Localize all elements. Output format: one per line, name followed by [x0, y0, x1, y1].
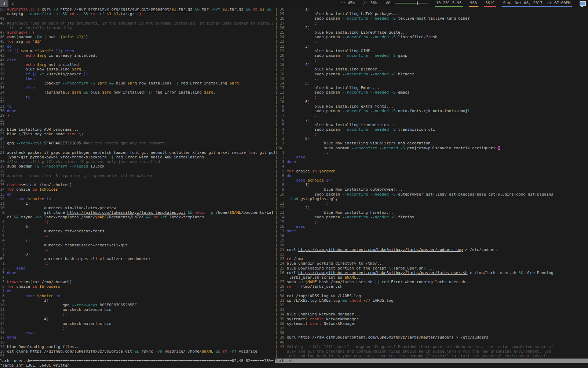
editor-right-pane-larbs-sh[interactable]: | 30 1)| 29 blue Now installing LaTeX pa… — [275, 7, 588, 358]
code-line[interactable]: 49 — [0, 16, 275, 21]
code-line[interactable]: | 18 — [275, 233, 588, 238]
code-line[interactable]: 30 done — [0, 109, 275, 113]
code-line[interactable]: 4 7) — [0, 238, 275, 243]
code-line[interactable]: | 26 2) — [275, 26, 588, 30]
code-line[interactable]: | 4 — [275, 164, 588, 169]
code-line[interactable]: | ully and all the programs and configur… — [275, 349, 588, 354]
code-line[interactable]: | 10 6) — [275, 100, 588, 104]
code-line[interactable]: | 36 systemctl start NetworkManager — [275, 321, 588, 326]
code-line[interactable]: 5 browsers=$(cat /tmp/.browch) — [0, 280, 275, 284]
code-line[interactable]: | 20 sudo pacman --noconfirm --needed -S… — [275, 53, 588, 58]
code-line[interactable]: 32 — [0, 100, 275, 104]
code-line[interactable]: 25 blue \(This may take some time.\) — [0, 132, 275, 136]
code-line[interactable]: 19 blue Downloading config files... — [0, 345, 275, 349]
code-line[interactable]: 13 4) — [0, 317, 275, 321]
code-line[interactable]: 15 choices=$(cat /tmp/.choices) — [0, 183, 275, 187]
code-line[interactable]: 10 gpg --recv-keys 865E6C87C65285EC — [0, 303, 275, 307]
code-line[interactable]: | 12 2) — [275, 206, 588, 210]
code-line[interactable]: 6 aurcheck ttf-ancient-fonts — [0, 229, 275, 233]
code-line[interactable]: | 9 blue Now installing extra fonts... — [275, 104, 588, 109]
code-line[interactable]: | 38 — [275, 330, 588, 335]
code-line[interactable]: 14 aurcheck waterfox-bin — [0, 321, 275, 326]
code-line[interactable]: | 10 sudo pacman --noconfirm --needed -S… — [275, 192, 588, 197]
code-line[interactable]: 20 #Also installing i3lock, since i3-gap… — [0, 159, 275, 164]
code-line[interactable]: | 12 sudo pacman --noconfirm --needed -S… — [275, 90, 588, 95]
code-line[interactable]: 44 do — [0, 44, 275, 49]
code-line[interactable]: | larbs_user.sh script as $NAME... — [275, 275, 588, 280]
code-line[interactable]: 33 fi — [0, 95, 275, 100]
code-line[interactable]: 9 git clone https://github.com/lukesmith… — [0, 210, 275, 215]
code-line[interactable]: | 31 cp /LARBS.log LARBS.log && chmod 77… — [275, 298, 588, 303]
editor-left-pane-larbs-user-sh[interactable]: 50 aurinstall() { curl -O https://aur.ar… — [0, 7, 275, 358]
code-line[interactable]: 2 ;; — [0, 247, 275, 252]
code-line[interactable]: 7 do — [0, 289, 275, 293]
code-line[interactable]: 11 aurcheck palemoon-bin — [0, 307, 275, 312]
code-line[interactable]: | 37 — [275, 326, 588, 330]
code-line[interactable]: 29 } — [0, 113, 275, 118]
code-line[interactable]: eX && rsync -va latex-templates /home/$N… — [0, 215, 275, 219]
code-line[interactable]: | 24 sudo pacman --noconfirm --needed -S… — [275, 35, 588, 39]
code-line[interactable]: | 3 ;; — [275, 132, 588, 136]
code-line[interactable]: | 19 — [275, 238, 588, 243]
code-line[interactable]: 31 fi — [0, 104, 275, 109]
code-line[interactable]: it, or installs it manually. — [0, 26, 275, 30]
code-line[interactable]: | 4 sudo pacman --noconfirm --needed -S … — [275, 127, 588, 132]
code-line[interactable]: 17 done — [0, 335, 275, 340]
code-line[interactable]: 19 sudo pacman -S --noconfirm --needed i… — [0, 164, 275, 169]
code-line[interactable]: 22 — [0, 146, 275, 150]
code-line[interactable]: | 3 done — [275, 159, 588, 164]
code-line[interactable]: | 15 ;; — [275, 220, 588, 224]
code-line[interactable]: | 35 systemctl enable NetworkManager — [275, 317, 588, 321]
code-line[interactable]: | 30 1) — [275, 7, 588, 12]
code-line[interactable]: | 29 — [275, 289, 588, 293]
code-line[interactable]: | out and log back in as your new user, … — [275, 354, 588, 358]
code-line[interactable]: 3 aurcheck transmission-remote-cli-git — [0, 243, 275, 247]
code-line[interactable]: 15 ;; — [0, 326, 275, 330]
code-line[interactable]: | 28 sudo pacman --noconfirm --needed -S… — [275, 16, 588, 21]
code-line[interactable]: | 21 blue Now installing GIMP... — [275, 49, 588, 53]
code-line[interactable]: 7 6) — [0, 224, 275, 229]
code-line[interactable]: | 28 rm -f /tmp/larbs_user.sh — [275, 284, 588, 289]
code-line[interactable]: 8 case $choice in — [0, 294, 275, 298]
code-line[interactable]: | 18 4) — [275, 62, 588, 67]
code-line[interactable]: 10 aurcheck vim-live-latex-preview — [0, 206, 275, 210]
code-line[interactable]: | 22 3) — [275, 44, 588, 49]
code-line[interactable]: | 23 ;; — [275, 39, 588, 44]
code-line[interactable]: 34 (aurinstall $arg && blue $arg now ins… — [0, 90, 275, 95]
code-line[interactable]: | 5 blue Now installing transmission... — [275, 123, 588, 127]
code-line[interactable]: | 29 blue Now installing LaTeX packages.… — [275, 12, 588, 16]
code-line[interactable]: | 17 done — [275, 229, 588, 233]
code-line[interactable]: 28 — [0, 118, 275, 123]
code-line[interactable]: 24 — [0, 136, 275, 141]
code-line[interactable]: 8 ;; — [0, 220, 275, 224]
code-line[interactable]: | 16 esac — [275, 224, 588, 229]
code-line[interactable]: | 1 blue Now installing visualizers and … — [275, 141, 588, 145]
code-line[interactable]: 23 gpg --recv-keys 5FAF0A6EE7371805 #Add… — [0, 141, 275, 145]
code-line[interactable]: | 15 ;; — [275, 76, 588, 81]
code-line[interactable]: | 25 blue Downloading next portion of th… — [275, 266, 588, 271]
code-line[interactable]: | 25 blue Now installing LibreOffice Sui… — [275, 30, 588, 35]
code-line[interactable]: 12 case $choice in — [0, 197, 275, 201]
code-line[interactable]: | 27 ;; — [275, 21, 588, 26]
code-line[interactable]: lybar-git python-pywal xfce-theme-blackb… — [0, 155, 275, 159]
code-line[interactable]: | 7 ;; — [275, 113, 588, 118]
code-line[interactable]: | 8 1) — [275, 183, 588, 187]
code-line[interactable]: | 33 — [275, 307, 588, 312]
code-line[interactable]: 42 echo $arg is already installed. — [0, 53, 275, 58]
code-line[interactable]: 5 ;; — [0, 233, 275, 238]
code-line[interactable]: 18 — [0, 169, 275, 173]
code-line[interactable]: 50 aurinstall() { curl -O https://aur.ar… — [0, 7, 275, 12]
code-line[interactable]: 35 else — [0, 86, 275, 90]
monitor-tray-icon[interactable] — [580, 1, 586, 6]
code-line[interactable]: 27 — [0, 123, 275, 127]
code-line[interactable]: 6 for choice in $browsers — [0, 284, 275, 289]
code-line[interactable]: | 1 ;; — [275, 150, 588, 155]
code-line[interactable]: 47 aurcheck() { — [0, 30, 275, 35]
code-line[interactable]: | -bad gst-plugins-ugly — [275, 197, 588, 201]
code-line[interactable]: 1 ;; — [0, 261, 275, 266]
code-line[interactable]: 16 esac — [0, 330, 275, 335]
code-line[interactable]: | 40 — [275, 340, 588, 345]
code-line[interactable]: | 13 blue Now installing Emacs... — [275, 86, 588, 90]
code-line[interactable]: | 5 for choice in $browch — [275, 169, 588, 173]
code-line[interactable]: 62 aurcheck bash-pipes cli-visualizer sp… — [0, 257, 275, 261]
